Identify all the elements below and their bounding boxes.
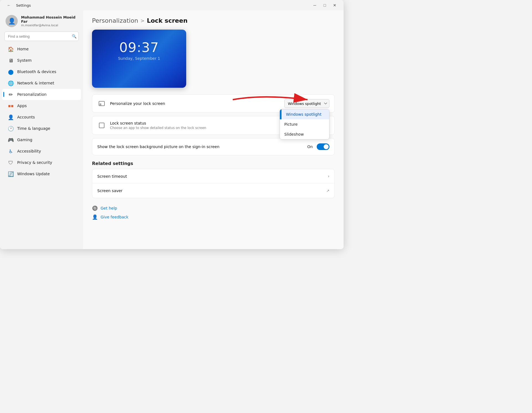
screen-timeout-row[interactable]: Screen timeout › <box>92 169 334 184</box>
get-help-link[interactable]: 🔘 Get help <box>92 205 335 211</box>
lock-status-icon <box>97 121 106 130</box>
sidebar-item-label: Apps <box>17 104 27 108</box>
sidebar-item-gaming[interactable]: 🎮 Gaming <box>2 134 81 145</box>
apps-icon: ▪▪ <box>8 103 14 109</box>
maximize-button[interactable]: □ <box>320 1 329 9</box>
sidebar-item-time[interactable]: 🕐 Time & language <box>2 123 81 134</box>
get-help-label: Get help <box>101 206 117 210</box>
screen-saver-label: Screen saver <box>97 189 326 193</box>
sidebar-item-label: Network & internet <box>17 81 54 85</box>
dropdown-item-label: Windows spotlight <box>286 112 321 117</box>
lock-screen-icon <box>97 99 106 108</box>
personalization-icon: ✏️ <box>8 91 14 97</box>
dropdown-current-value: Windows spotlight <box>288 102 321 106</box>
sidebar-item-privacy[interactable]: 🛡 Privacy & security <box>2 157 81 168</box>
sidebar-item-update[interactable]: 🔄 Windows Update <box>2 168 81 179</box>
sidebar-user[interactable]: 👤 Mohammad Hossein Moeid Far m.moeidfar@… <box>0 11 83 30</box>
sidebar-item-apps[interactable]: ▪▪ Apps <box>2 100 81 111</box>
signin-bg-toggle[interactable] <box>317 143 329 150</box>
screen-saver-row[interactable]: Screen saver ↗ <box>92 184 334 198</box>
dropdown-item-label: Slideshow <box>284 132 304 136</box>
window-title: Settings <box>16 3 31 7</box>
home-icon: 🏠 <box>8 46 14 52</box>
minimize-button[interactable]: ─ <box>310 1 319 9</box>
give-feedback-label: Give feedback <box>101 215 128 219</box>
app-body: 👤 Mohammad Hossein Moeid Far m.moeidfar@… <box>0 11 344 249</box>
network-icon: 🌐 <box>8 80 14 86</box>
dropdown-menu: Windows spotlight Picture Slideshow <box>280 109 329 140</box>
lock-time: 09:37 <box>119 40 159 55</box>
related-settings-title: Related settings <box>92 161 335 166</box>
personalize-lock-right: Windows spotlight Windows spotlight Pict… <box>284 99 329 108</box>
signin-bg-row: Show the lock screen background picture … <box>92 138 334 155</box>
title-bar-left: ← Settings <box>4 1 31 9</box>
signin-bg-title: Show the lock screen background picture … <box>97 144 307 149</box>
get-help-icon: 🔘 <box>92 205 98 211</box>
personalize-lock-title: Personalize your lock screen <box>110 101 284 106</box>
sidebar-item-label: Windows Update <box>17 172 50 176</box>
sidebar-item-accounts[interactable]: 👤 Accounts <box>2 112 81 123</box>
back-button[interactable]: ← <box>4 1 13 9</box>
user-name: Mohammad Hossein Moeid Far <box>21 15 78 24</box>
personalize-lock-row: Personalize your lock screen Windows spo… <box>92 95 334 112</box>
chevron-right-icon: › <box>328 174 329 179</box>
sidebar: 👤 Mohammad Hossein Moeid Far m.moeidfar@… <box>0 11 83 249</box>
dropdown-item-spotlight[interactable]: Windows spotlight <box>280 109 329 119</box>
selected-indicator <box>281 109 282 119</box>
sidebar-item-personalization[interactable]: ✏️ Personalization <box>2 89 81 100</box>
gaming-icon: 🎮 <box>8 137 14 143</box>
search-bar[interactable]: 🔍 <box>4 32 79 41</box>
sidebar-item-label: Home <box>17 47 29 51</box>
breadcrumb-current: Lock screen <box>147 17 188 24</box>
sidebar-item-label: Bluetooth & devices <box>17 69 56 74</box>
lock-date: Sunday, September 1 <box>118 56 160 61</box>
related-settings-section: Screen timeout › Screen saver ↗ <box>92 169 335 198</box>
title-bar-controls: ─ □ ✕ <box>310 1 339 9</box>
signin-bg-text: Show the lock screen background picture … <box>97 144 307 149</box>
sidebar-item-system[interactable]: 🖥 System <box>2 55 81 66</box>
user-info: Mohammad Hossein Moeid Far m.moeidfar@Av… <box>21 15 78 27</box>
accounts-icon: 👤 <box>8 114 14 120</box>
privacy-icon: 🛡 <box>8 159 14 166</box>
breadcrumb-separator: > <box>140 18 145 24</box>
search-input[interactable] <box>4 32 79 41</box>
sidebar-item-label: Gaming <box>17 138 32 142</box>
dropdown-item-picture[interactable]: Picture <box>280 119 329 129</box>
sidebar-item-bluetooth[interactable]: ⬤ Bluetooth & devices <box>2 66 81 77</box>
svg-rect-3 <box>99 123 104 128</box>
dropdown-item-slideshow[interactable]: Slideshow <box>280 129 329 139</box>
main-content: Personalization > Lock screen 09:37 Sund… <box>83 11 344 249</box>
signin-bg-right: On <box>307 143 329 150</box>
avatar: 👤 <box>6 15 18 27</box>
update-icon: 🔄 <box>8 171 14 177</box>
external-link-icon: ↗ <box>326 189 329 193</box>
breadcrumb: Personalization > Lock screen <box>92 17 335 24</box>
title-bar: ← Settings ─ □ ✕ <box>0 0 344 11</box>
personalize-lock-text: Personalize your lock screen <box>110 101 284 106</box>
sidebar-item-label: Personalization <box>17 92 47 97</box>
user-email: m.moeidfar@Avina.local <box>21 24 78 27</box>
dropdown-trigger[interactable]: Windows spotlight <box>284 99 329 108</box>
screen-timeout-label: Screen timeout <box>97 174 328 179</box>
time-icon: 🕐 <box>8 125 14 131</box>
lock-screen-dropdown[interactable]: Windows spotlight Windows spotlight Pict… <box>284 99 329 108</box>
signin-bg-section: Show the lock screen background picture … <box>92 138 335 155</box>
sidebar-item-home[interactable]: 🏠 Home <box>2 43 81 55</box>
search-icon-button[interactable]: 🔍 <box>72 34 76 38</box>
sidebar-item-label: Privacy & security <box>17 160 52 165</box>
lock-screen-preview: 09:37 Sunday, September 1 <box>92 30 186 88</box>
sidebar-nav: 🏠 Home 🖥 System ⬤ Bluetooth & devices 🌐 … <box>0 43 83 245</box>
accessibility-icon: ♿ <box>8 148 14 154</box>
sidebar-item-network[interactable]: 🌐 Network & internet <box>2 78 81 89</box>
bottom-links: 🔘 Get help 👤 Give feedback <box>92 205 335 220</box>
breadcrumb-parent: Personalization <box>92 17 138 24</box>
dropdown-item-label: Picture <box>284 122 298 127</box>
svg-rect-2 <box>100 104 101 106</box>
sidebar-item-accessibility[interactable]: ♿ Accessibility <box>2 146 81 157</box>
toggle-on-label: On <box>307 144 313 149</box>
give-feedback-link[interactable]: 👤 Give feedback <box>92 214 335 220</box>
close-button[interactable]: ✕ <box>330 1 339 9</box>
sidebar-item-label: System <box>17 58 32 63</box>
give-feedback-icon: 👤 <box>92 214 98 220</box>
bluetooth-icon: ⬤ <box>8 69 14 75</box>
